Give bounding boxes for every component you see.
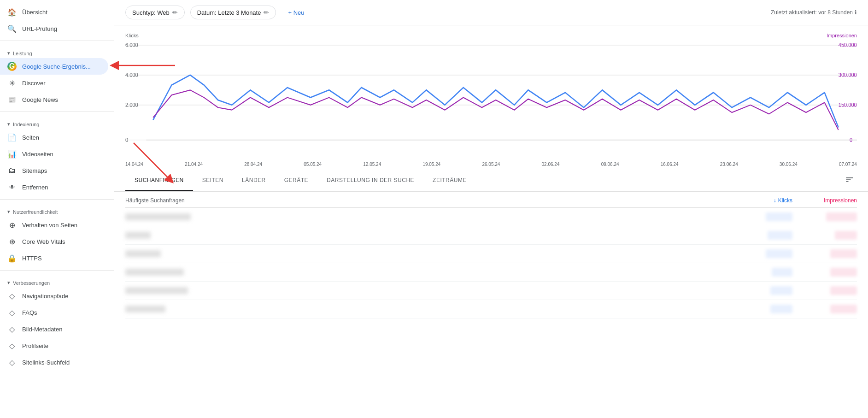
tab-darstellung[interactable]: DARSTELLUNG IN DER SUCHE [317,171,423,191]
chart-area: Klicks Impressionen 6.000 4.000 2.000 0 … [114,25,868,171]
svg-text:0: 0 [125,137,128,143]
impressions-cell: ███ ███ [792,212,857,221]
edit-icon-datum: ✏ [264,9,269,16]
sidebar-item-https[interactable]: 🔒 HTTPS [0,250,108,266]
sidebar-item-verhalten[interactable]: ⊕ Verhalten von Seiten [0,217,108,233]
impressions-cell: ██ ███ [792,305,857,313]
sidebar: 🏠 Übersicht 🔍 URL-Prüfung ▾ Leistung G G… [0,0,114,418]
x-label-12: 07.07.24 [839,162,857,167]
faq-icon: ◇ [7,308,17,317]
query-cell: ██████ ███ [125,306,728,312]
remove-icon: 👁 [7,183,17,192]
sidebar-label-core-web: Core Web Vitals [22,238,65,245]
sitemap-icon: 🗂 [7,166,17,175]
query-cell: ██████ [125,232,728,239]
filter-icon-button[interactable] [842,172,857,189]
sidebar-item-url-pruefung[interactable]: 🔍 URL-Prüfung [0,20,108,37]
table-row[interactable]: ████ ███████████ ███ ██ ███ ███ [125,208,857,226]
filter-datum-label: Datum: Letzte 3 Monate [197,9,261,16]
sidebar-item-discover[interactable]: ✳ Discover [0,75,108,91]
sort-down-icon: ↓ [774,197,776,204]
x-label-5: 19.05.24 [422,162,440,167]
clicks-cell: ███ ██ [728,212,792,221]
svg-text:450.000: 450.000 [839,42,857,48]
sidebar-item-videoseiten[interactable]: 📊 Videoseiten [0,146,108,162]
main-content: Suchtyp: Web ✏ Datum: Letzte 3 Monate ✏ … [114,0,868,418]
filter-suchtyp[interactable]: Suchtyp: Web ✏ [125,6,185,19]
sidebar-item-entfernen[interactable]: 👁 Entfernen [0,179,108,195]
sidebar-label-faqs: FAQs [22,309,37,316]
chart-labels-top: Klicks Impressionen [125,33,857,38]
sitelinks-icon: ◇ [7,358,17,367]
sidebar-label-https: HTTPS [22,255,42,262]
table-row[interactable]: ███████ █ ██ ███ ██ ███ [125,245,857,263]
sidebar-item-core-web[interactable]: ⊕ Core Web Vitals [0,233,108,250]
sidebar-item-sitemaps[interactable]: 🗂 Sitemaps [0,162,108,179]
clicks-line [153,75,838,128]
sidebar-label-uebersicht: Übersicht [22,9,47,16]
home-icon: 🏠 [7,7,17,17]
sidebar-item-seiten[interactable]: 📄 Seiten [0,129,108,146]
sidebar-label-videoseiten: Videoseiten [22,151,53,158]
svg-text:6.000: 6.000 [125,42,138,48]
sidebar-item-uebersicht[interactable]: 🏠 Übersicht [0,4,108,20]
col-header-query: Häufigste Suchanfragen [125,197,728,204]
core-web-icon: ⊕ [7,237,17,246]
svg-text:150.000: 150.000 [839,102,857,108]
x-label-2: 28.04.24 [244,162,262,167]
query-cell: ██████ ███ █████ [125,287,728,294]
chevron-icon: ▾ [7,50,10,56]
x-label-3: 05.05.24 [304,162,322,167]
sidebar-item-profilseite[interactable]: ◇ Profilseite [0,337,108,354]
x-label-0: 14.04.24 [125,162,143,167]
sidebar-label-google-news: Google News [22,96,58,103]
sidebar-label-nav: Navigationspfade [22,293,68,300]
table-row[interactable]: ██████ █████ ██ ██ [125,226,857,245]
tab-zeitraeume[interactable]: ZEITRÄUME [423,171,476,191]
search-icon: 🔍 [7,24,17,33]
tab-suchanfragen[interactable]: SUCHANFRAGEN [125,171,193,191]
last-updated: Zuletzt aktualisiert: vor 8 Stunden ℹ [771,9,857,16]
section-nutzer: ▾ Nutzerfreundlichkeit [0,203,114,217]
x-label-1: 21.04.24 [185,162,203,167]
x-label-6: 26.05.24 [482,162,500,167]
profile-icon: ◇ [7,341,17,350]
filter-datum[interactable]: Datum: Letzte 3 Monate ✏ [190,6,276,19]
add-filter-button[interactable]: + Neu [282,6,311,19]
sidebar-label-verhalten: Verhalten von Seiten [22,222,77,229]
section-indexierung: ▾ Indexierung [0,116,114,129]
x-label-11: 30.06.24 [780,162,798,167]
tab-seiten[interactable]: SEITEN [193,171,233,191]
sidebar-item-google-suche[interactable]: G Google Suche-Ergebnis... [0,58,108,75]
clicks-cell: ██ ███ [728,249,792,258]
chevron-icon-2: ▾ [7,121,10,127]
nav-icon: ◇ [7,291,17,300]
sidebar-label-discover: Discover [22,80,46,87]
tab-laender[interactable]: LÄNDER [233,171,275,191]
chevron-icon-3: ▾ [7,209,10,215]
query-cell: ███ ████ ██████ [125,269,728,276]
sidebar-item-bild-metadaten[interactable]: ◇ Bild-Metadaten [0,321,108,337]
sidebar-item-sitelinks[interactable]: ◇ Sitelinks-Suchfeld [0,354,108,371]
sidebar-label-sitemaps: Sitemaps [22,167,47,174]
sidebar-label-bild: Bild-Metadaten [22,326,62,333]
info-icon: ℹ [855,9,857,16]
last-updated-text: Zuletzt aktualisiert: vor 8 Stunden [771,9,853,16]
section-verbesserungen: ▾ Verbesserungen [0,274,114,288]
table-row[interactable]: ██████ ███ █████ █ ███ ██ ███ [125,282,857,300]
table-header: Häufigste Suchanfragen ↓ Klicks Impressi… [125,192,857,208]
chart-svg: 6.000 4.000 2.000 0 450.000 300.000 150.… [125,40,857,160]
sidebar-item-navigationspfade[interactable]: ◇ Navigationspfade [0,288,108,304]
col-header-impressions: Impressionen [792,197,857,204]
divider-1 [0,41,114,41]
table-row[interactable]: ██████ ███ █ ███ ██ ███ [125,300,857,318]
sidebar-item-google-news[interactable]: 📰 Google News [0,91,108,108]
tab-geraete[interactable]: GERÄTE [275,171,317,191]
x-label-8: 09.06.24 [601,162,619,167]
sidebar-item-faqs[interactable]: ◇ FAQs [0,304,108,321]
tabs-bar: SUCHANFRAGEN SEITEN LÄNDER GERÄTE DARSTE… [114,171,868,192]
table-row[interactable]: ███ ████ ██████ ████ ██ ███ [125,263,857,282]
section-leistung: ▾ Leistung [0,45,114,58]
svg-text:300.000: 300.000 [839,72,857,78]
filter-suchtyp-label: Suchtyp: Web [132,9,170,16]
